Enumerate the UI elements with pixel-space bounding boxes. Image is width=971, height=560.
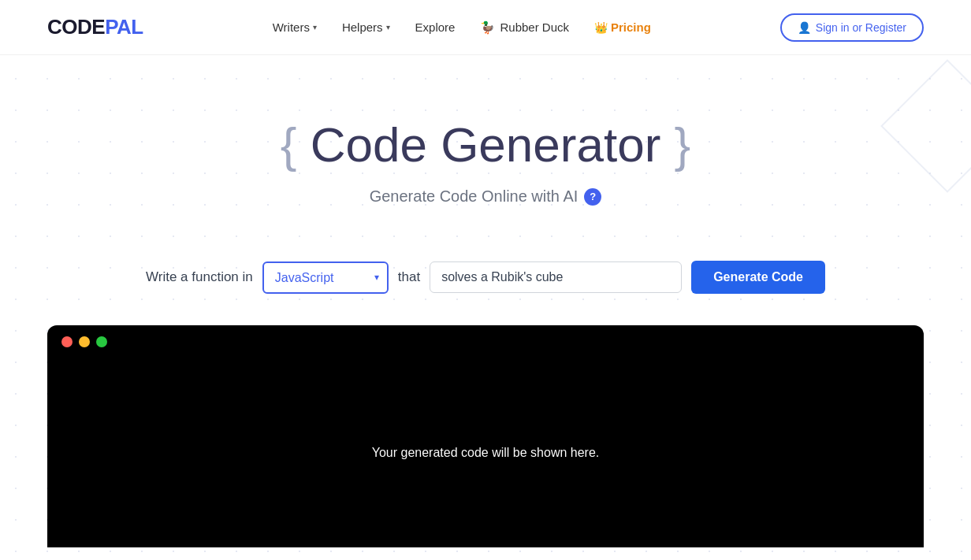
language-select[interactable]: JavaScript Python Java C++ TypeScript Ru… — [262, 261, 389, 294]
terminal-body: Your generated code will be shown here. — [47, 358, 924, 547]
help-icon[interactable]: ? — [584, 188, 601, 206]
nav-link-explore[interactable]: Explore — [415, 20, 456, 34]
sign-in-button[interactable]: 👤 Sign in or Register — [780, 13, 924, 42]
nav-link-rubber-duck[interactable]: 🦆 Rubber Duck — [480, 20, 569, 35]
crown-icon: 👑 — [594, 21, 608, 34]
nav-item-explore[interactable]: Explore — [415, 20, 456, 34]
chevron-down-icon: ▾ — [313, 23, 317, 32]
hero-subtitle: Generate Code Online with AI ? — [16, 187, 955, 206]
nav-link-writers[interactable]: Writers ▾ — [273, 20, 317, 34]
form-label-write: Write a function in — [146, 269, 253, 285]
logo[interactable]: CODEPAL — [47, 15, 143, 39]
nav-item-writers[interactable]: Writers ▾ — [273, 20, 317, 34]
nav-link-helpers[interactable]: Helpers ▾ — [342, 20, 390, 34]
logo-code: CODE — [47, 15, 105, 39]
generator-form: Write a function in JavaScript Python Ja… — [0, 237, 971, 325]
code-output-terminal: Your generated code will be shown here. — [47, 325, 924, 547]
rubber-duck-emoji: 🦆 — [480, 20, 495, 35]
hero-section: { Code Generator } Generate Code Online … — [0, 55, 971, 237]
terminal-close-button[interactable] — [61, 336, 73, 347]
terminal-maximize-button[interactable] — [96, 336, 107, 347]
logo-pal: PAL — [105, 15, 143, 39]
function-description-input[interactable] — [430, 261, 682, 293]
nav-item-rubber-duck[interactable]: 🦆 Rubber Duck — [480, 20, 569, 35]
language-select-wrapper: JavaScript Python Java C++ TypeScript Ru… — [262, 261, 389, 294]
brace-open: { — [281, 117, 297, 172]
nav-links: Writers ▾ Helpers ▾ Explore 🦆 Rubber Duc… — [273, 20, 651, 35]
user-icon: 👤 — [798, 21, 811, 34]
chevron-down-icon: ▾ — [386, 23, 390, 32]
form-label-that: that — [398, 269, 420, 285]
brace-close: } — [675, 117, 691, 172]
navbar: CODEPAL Writers ▾ Helpers ▾ Explore 🦆 Ru… — [0, 0, 971, 55]
hero-title: { Code Generator } — [16, 118, 955, 172]
generate-code-button[interactable]: Generate Code — [691, 261, 825, 294]
terminal-header — [47, 325, 924, 358]
terminal-minimize-button[interactable] — [79, 336, 90, 347]
nav-link-pricing[interactable]: 👑 Pricing — [594, 20, 651, 34]
nav-item-helpers[interactable]: Helpers ▾ — [342, 20, 390, 34]
nav-item-pricing[interactable]: 👑 Pricing — [594, 20, 651, 34]
terminal-placeholder-text: Your generated code will be shown here. — [372, 446, 600, 460]
